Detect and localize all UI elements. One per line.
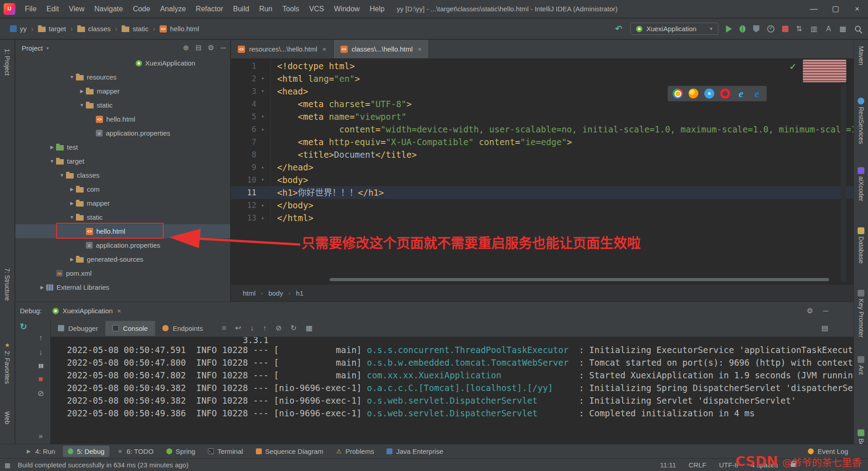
close-icon[interactable]: × xyxy=(117,307,121,315)
code-line-6[interactable]: 6▴ content="width=device-width, user-sca… xyxy=(231,123,854,136)
tree-arrow-icon[interactable]: ▶ xyxy=(68,201,76,206)
coverage-button[interactable] xyxy=(753,25,760,33)
menu-edit[interactable]: Edit xyxy=(42,5,64,13)
tree-arrow-icon[interactable]: ▶ xyxy=(68,187,76,192)
code-line-1[interactable]: 1<!doctype html> xyxy=(231,60,854,72)
tree-arrow-icon[interactable]: ▼ xyxy=(78,103,86,108)
fold-marker-icon[interactable]: ▾ xyxy=(256,72,269,85)
minimize-button[interactable]: — xyxy=(803,0,825,18)
tree-arrow-icon[interactable]: ▼ xyxy=(58,173,66,178)
code-line-13[interactable]: 13▴</html> xyxy=(231,212,854,224)
tool-window-terminal[interactable]: Terminal xyxy=(203,446,248,457)
ie-icon[interactable]: e xyxy=(736,89,746,99)
run-config-selector[interactable]: XuexiApplication ▾ xyxy=(630,23,718,35)
fold-marker-icon[interactable]: ▾ xyxy=(256,110,269,123)
tool-window-4-run[interactable]: 4: Run xyxy=(21,446,60,457)
settings-icon[interactable]: ⚙ xyxy=(208,44,214,52)
tool-strip-maven[interactable]: Maven xyxy=(854,46,868,65)
editor-breadcrumb-html[interactable]: html xyxy=(243,289,255,297)
tree-item-application-properties[interactable]: application.properties xyxy=(15,126,230,140)
tree-arrow-icon[interactable]: ▶ xyxy=(48,145,56,150)
breadcrumb-item-yy[interactable]: yy xyxy=(8,24,28,34)
tree-arrow-icon[interactable]: ▼ xyxy=(48,159,56,164)
tree-item-static[interactable]: ▼static xyxy=(15,98,230,112)
debug-button[interactable] xyxy=(740,25,745,33)
translate-icon[interactable]: A xyxy=(826,25,831,33)
tree-arrow-icon[interactable]: ▼ xyxy=(68,215,76,220)
breadcrumb-item-classes[interactable]: classes xyxy=(75,24,113,34)
console-output[interactable]: 3.3.1 2022-05-08 00:50:47.591 INFO 10228… xyxy=(51,337,854,444)
debug-tab-endpoints[interactable]: Endpoints xyxy=(155,321,210,336)
menu-analyze[interactable]: Analyze xyxy=(155,5,191,13)
debug-session-tab[interactable]: XuexiApplication × xyxy=(48,305,126,316)
tree-item-resources[interactable]: ▼resources xyxy=(15,70,230,84)
stop-button[interactable] xyxy=(782,26,788,32)
menu-build[interactable]: Build xyxy=(228,5,255,13)
code-line-11[interactable]: 11<h1>你好世界！！！</h1> xyxy=(231,186,854,199)
tool-strip-aixcoder[interactable]: aiXcoder xyxy=(854,167,868,201)
menu-code[interactable]: Code xyxy=(128,5,155,13)
locate-file-icon[interactable]: ⊕ xyxy=(183,44,189,52)
status-11-11[interactable]: 11:11 xyxy=(660,461,676,469)
status-crlf[interactable]: CRLF xyxy=(689,461,706,469)
inspections-ok-icon[interactable]: ✓ xyxy=(789,61,797,72)
tree-arrow-icon[interactable]: ▼ xyxy=(68,75,76,80)
mute-breakpoints-icon[interactable]: ⊘ xyxy=(38,390,44,397)
recent-files-icon[interactable]: ▥ xyxy=(811,25,817,33)
code-line-2[interactable]: 2▾<html lang="en"> xyxy=(231,72,854,85)
scroll-to-top-icon[interactable]: ↑ xyxy=(263,325,266,332)
fold-marker-icon[interactable]: ▾ xyxy=(256,85,269,98)
breadcrumb-item-target[interactable]: target xyxy=(36,24,68,34)
tree-item-pom-xml[interactable]: pom.xml xyxy=(15,266,230,280)
close-icon[interactable]: × xyxy=(418,45,422,53)
tree-item-com[interactable]: ▶com xyxy=(15,182,230,196)
window-layout-icon[interactable]: ▦ xyxy=(840,25,846,33)
code-line-10[interactable]: 10▾<body> xyxy=(231,174,854,186)
view-menu-icon[interactable]: ≡ xyxy=(222,325,226,332)
tool-strip-restservices[interactable]: RestServices xyxy=(854,98,868,144)
minimap[interactable] xyxy=(803,60,846,82)
attach-debugger-icon[interactable]: ⇅ xyxy=(796,25,802,33)
collapse-all-icon[interactable]: ⊟ xyxy=(195,44,201,52)
code-line-5[interactable]: 5▾ <meta name="viewport" xyxy=(231,110,854,123)
maximize-button[interactable]: ▢ xyxy=(825,0,846,18)
tool-window-5-debug[interactable]: 5: Debug xyxy=(63,446,109,457)
menu-tools[interactable]: Tools xyxy=(277,5,304,13)
tree-item-generated-sources[interactable]: ▶generated-sources xyxy=(15,252,230,266)
menu-vcs[interactable]: VCS xyxy=(304,5,329,13)
hide-panel-icon[interactable]: ─ xyxy=(823,307,828,315)
tree-item-target[interactable]: ▼target xyxy=(15,154,230,168)
tool-window-problems[interactable]: Problems xyxy=(331,446,379,457)
tree-item-xuexiapplication[interactable]: XuexiApplication xyxy=(15,56,230,70)
tree-arrow-icon[interactable]: ▶ xyxy=(38,285,46,290)
tree-item-mapper[interactable]: ▶mapper xyxy=(15,84,230,98)
tool-window-switcher-icon[interactable]: ▦ xyxy=(5,462,10,469)
tree-item-external-libraries[interactable]: ▶External Libraries xyxy=(15,280,230,294)
step-up-icon[interactable]: ↑ xyxy=(39,334,43,342)
update-application-icon[interactable]: ↶ xyxy=(615,24,623,34)
layout-settings-icon[interactable]: ▤ xyxy=(821,325,828,332)
breadcrumb-item-static[interactable]: static xyxy=(120,24,150,34)
tool-strip-database[interactable]: Database xyxy=(854,227,868,264)
clear-output-icon[interactable]: ⊘ xyxy=(275,325,281,332)
tree-arrow-icon[interactable]: ▶ xyxy=(78,89,86,94)
code-line-12[interactable]: 12▴</body> xyxy=(231,199,854,212)
fold-marker-icon[interactable]: ▴ xyxy=(256,212,269,224)
settings-icon[interactable]: ⚙ xyxy=(807,307,813,315)
close-icon[interactable]: × xyxy=(322,45,326,53)
step-down-icon[interactable]: ↓ xyxy=(39,349,43,356)
tool-strip-ant[interactable]: Ant xyxy=(854,356,868,375)
fold-marker-icon[interactable]: ▴ xyxy=(256,123,269,136)
firefox-icon[interactable] xyxy=(689,89,698,99)
restore-layout-icon[interactable]: ↻ xyxy=(291,325,297,332)
menu-help[interactable]: Help xyxy=(365,5,390,13)
code-area[interactable]: 1<!doctype html>2▾<html lang="en">3▾<hea… xyxy=(231,59,854,284)
menu-window[interactable]: Window xyxy=(329,5,365,13)
tool-strip-key-promoter[interactable]: Key Promoter xyxy=(854,290,868,338)
tool-strip-web[interactable]: Web xyxy=(0,411,14,424)
menu-view[interactable]: View xyxy=(64,5,89,13)
tree-item-application-properties[interactable]: application.properties xyxy=(15,238,230,252)
vertical-scrollbar[interactable] xyxy=(841,83,846,282)
menu-refactor[interactable]: Refactor xyxy=(191,5,228,13)
safari-icon[interactable] xyxy=(704,89,714,99)
